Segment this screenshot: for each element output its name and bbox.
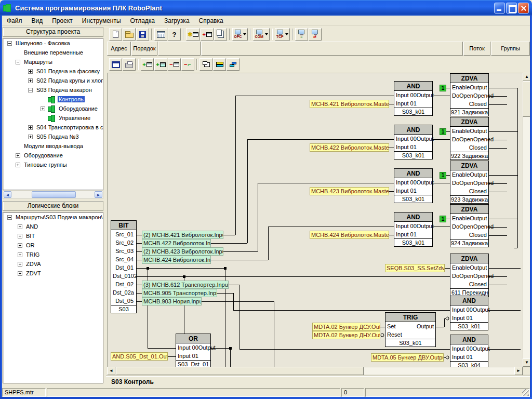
tcp-connect-button[interactable]: TCP bbox=[275, 28, 290, 41]
expand-icon[interactable] bbox=[18, 224, 22, 229]
signal-label[interactable]: (2) MCHB.421 Вибролоток.InputA;... bbox=[142, 231, 223, 239]
dropdown-arrow-icon[interactable] bbox=[265, 33, 268, 35]
align-horizontal-button[interactable] bbox=[213, 58, 226, 71]
tree-item-equipment2[interactable]: Оборудование bbox=[3, 151, 103, 160]
signal-label[interactable]: MDTA.02 Бункер ДНУ.Output bbox=[312, 331, 380, 339]
flow-button[interactable]: Поток bbox=[463, 42, 490, 56]
insert-block-button[interactable]: ✱ bbox=[186, 28, 200, 41]
and-block-3[interactable]: AND Input 00Output Input 01 S03_k01 bbox=[394, 168, 433, 203]
signal-label[interactable]: AND.S05_Dst_01.Output bbox=[111, 352, 168, 361]
expand-icon[interactable] bbox=[28, 69, 33, 74]
expand-icon[interactable] bbox=[28, 125, 33, 130]
expand-icon[interactable] bbox=[18, 243, 22, 248]
sheet-tab[interactable]: S03 Контроль bbox=[106, 376, 530, 387]
scroll-right-icon[interactable]: ► bbox=[514, 367, 523, 375]
tree-item-equipment[interactable]: Оборудование bbox=[3, 104, 103, 113]
signal-label[interactable]: MCHB.423 Вибролоток.MasterOut bbox=[310, 187, 389, 195]
tree-item-s03[interactable]: S03 Подача макарон bbox=[3, 85, 103, 95]
expand-icon[interactable] bbox=[18, 252, 22, 257]
window-mode-button[interactable] bbox=[109, 58, 122, 71]
signal-label[interactable]: (2) MCHB.423 Вибролоток.InputA;... bbox=[142, 247, 223, 256]
menu-debug[interactable]: Отладка bbox=[126, 17, 159, 25]
address-column-button[interactable]: Адрес bbox=[107, 42, 131, 56]
title-bar[interactable]: Система программирования ПЛК RoboPlant bbox=[0, 0, 532, 16]
blocks-tree-trig[interactable]: TRIG bbox=[3, 250, 103, 259]
zdva-block-924[interactable]: ZDVA EnableOutput DoOpenOpened Closed 92… bbox=[450, 204, 489, 247]
scrollbar-thumb[interactable] bbox=[116, 367, 364, 375]
blocks-tree-root[interactable]: Маршруты\S03 Подача макарон\ bbox=[3, 212, 103, 222]
project-tree-hscrollbar[interactable]: ◄ ► bbox=[3, 190, 103, 199]
dropdown-arrow-icon[interactable] bbox=[243, 33, 246, 35]
and-block-7[interactable]: AND Input 00Output Input 01 S03_k04 bbox=[450, 335, 488, 367]
close-button[interactable] bbox=[518, 3, 529, 14]
signal-label[interactable]: (3) MCHB.612 Транспортер.InputA;... bbox=[142, 281, 229, 289]
trig-block[interactable]: TRIG SetOutput Reset S03_k01 bbox=[385, 312, 436, 347]
scrollbar-thumb[interactable] bbox=[32, 191, 76, 198]
table-button[interactable] bbox=[154, 28, 167, 41]
tree-item-s05[interactable]: S05 Подача №3 bbox=[3, 132, 103, 141]
menu-load[interactable]: Загрузка bbox=[159, 17, 194, 25]
expand-icon[interactable] bbox=[18, 271, 22, 276]
menu-file[interactable]: Файл bbox=[2, 17, 27, 25]
collapse-icon[interactable] bbox=[16, 60, 20, 64]
scroll-left-icon[interactable]: ◄ bbox=[107, 367, 115, 375]
bit-block[interactable]: BIT Src_01 Src_02 Src_03 Src_04 Dst_01 D… bbox=[111, 220, 137, 313]
menu-view[interactable]: Вид bbox=[27, 17, 48, 25]
remove-block-button[interactable]: − bbox=[168, 58, 181, 71]
and-block-2[interactable]: AND Input 00Output Input 01 S03_k01 bbox=[394, 125, 433, 159]
and-block-4[interactable]: AND Input 00Output Input 01 S03_k01 bbox=[394, 212, 433, 247]
diagram-canvas[interactable]: AND Input 00Output Input 01 S03_k01 ZDVA… bbox=[107, 73, 523, 367]
signal-label[interactable]: MCHB.903 Нория.InputB bbox=[142, 297, 202, 305]
expand-icon[interactable] bbox=[28, 78, 33, 83]
signal-label[interactable]: MCHB.424 Вибролоток.InputA bbox=[142, 256, 211, 264]
menu-project[interactable]: Проект bbox=[47, 17, 77, 25]
collapse-icon[interactable] bbox=[28, 88, 33, 92]
tree-item-type-groups[interactable]: Типовые группы bbox=[3, 160, 103, 169]
scroll-right-icon[interactable]: ► bbox=[95, 191, 102, 198]
add-block-table-button[interactable]: + bbox=[154, 58, 167, 71]
scroll-left-icon[interactable]: ◄ bbox=[4, 191, 11, 198]
tree-item-s02[interactable]: S02 Подача крупы и хлоп bbox=[3, 76, 103, 85]
blocks-tree-bit[interactable]: BIT bbox=[3, 231, 103, 241]
blocks-tree-zdvt[interactable]: ZDVT bbox=[3, 269, 103, 278]
expand-icon[interactable] bbox=[18, 234, 22, 238]
expand-icon[interactable] bbox=[18, 262, 22, 267]
tree-item-s01[interactable]: S01 Подача на фасовку bbox=[3, 66, 103, 76]
expand-icon[interactable] bbox=[41, 107, 45, 111]
signal-label[interactable]: MCHB.424 Вибролоток.MasterOut bbox=[310, 231, 389, 239]
help-button[interactable]: ? bbox=[168, 28, 181, 41]
new-file-button[interactable] bbox=[109, 28, 122, 41]
print-button[interactable] bbox=[123, 58, 136, 71]
signal-label[interactable]: MCHB.905 Транспортер.InputA bbox=[142, 289, 217, 297]
align-vertical-button[interactable] bbox=[227, 58, 240, 71]
groups-button[interactable]: Группы bbox=[491, 42, 530, 56]
menu-help[interactable]: Справка bbox=[194, 17, 228, 25]
transfer-button[interactable]: ⇄ bbox=[309, 28, 322, 41]
signal-label[interactable]: MDTA.05 Бункер ДВУ.Output bbox=[371, 353, 444, 362]
blocks-tree-zdva[interactable]: ZDVA bbox=[3, 259, 103, 269]
signal-label[interactable]: MDTA.02 Бункер ДСУ.Output bbox=[312, 323, 380, 331]
resize-grip[interactable] bbox=[522, 389, 529, 396]
collapse-icon[interactable] bbox=[7, 41, 12, 46]
minimize-button[interactable] bbox=[494, 3, 505, 14]
open-file-button[interactable] bbox=[123, 28, 136, 41]
add-block-button[interactable]: + bbox=[141, 58, 154, 71]
order-column-button[interactable]: Порядок bbox=[131, 42, 157, 56]
copy-button[interactable] bbox=[214, 28, 227, 41]
tree-item-control[interactable]: Контроль bbox=[3, 95, 103, 104]
dropdown-arrow-icon[interactable] bbox=[285, 33, 288, 35]
save-button[interactable] bbox=[136, 28, 149, 41]
tree-item-io-modules[interactable]: Модули ввода-вывода bbox=[3, 141, 103, 151]
blocks-tree-and[interactable]: AND bbox=[3, 222, 103, 231]
menu-tools[interactable]: Инструменты bbox=[77, 17, 126, 25]
tree-item-external-vars[interactable]: Внешние переменные bbox=[3, 48, 103, 57]
opc-connect-button[interactable]: OPC bbox=[232, 28, 248, 41]
zdva-block-923[interactable]: ZDVA EnableOutput DoOpenOpened Closed 92… bbox=[450, 161, 489, 204]
arrange-cascade-button[interactable] bbox=[200, 58, 212, 71]
blocks-tree-or[interactable]: OR bbox=[3, 241, 103, 250]
zdva-block-611[interactable]: ZDVA EnableOutput DoOpenOpened Closed 61… bbox=[450, 254, 489, 297]
collapse-icon[interactable] bbox=[7, 215, 12, 220]
expand-icon[interactable] bbox=[28, 135, 33, 139]
expand-icon[interactable] bbox=[16, 153, 20, 158]
and-block-6[interactable]: AND Input 00Output Input 01 S03_k01 bbox=[450, 296, 488, 330]
